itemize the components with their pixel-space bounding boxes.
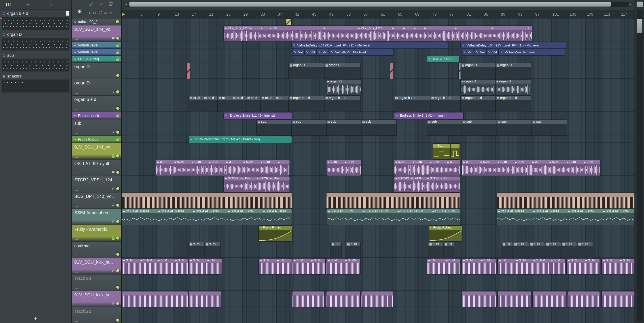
clip-autoh[interactable]: ∿Fruity Parametric EQ 2 - M1 #2 - Band 7…	[189, 136, 292, 142]
track-header[interactable]: ∿Valhall..level	[72, 42, 121, 49]
vertical-scrollbar-track[interactable]	[636, 10, 643, 322]
clip-kick[interactable]: ▸▸S..M▸▸S..M	[602, 259, 634, 274]
clip-pat[interactable]: ▤sub	[361, 120, 396, 135]
clip-mini[interactable]	[459, 63, 461, 79]
clip-comb[interactable]	[602, 291, 634, 307]
clip-comb[interactable]	[498, 291, 531, 307]
clip-pat[interactable]: ▤s..rs	[428, 242, 443, 258]
track-led[interactable]	[116, 319, 120, 322]
step-label[interactable]: STEP	[89, 11, 98, 14]
clip-aud[interactable]: ▸▸0..m▸▸0..m▸▸0..m▸▸0..m	[394, 160, 460, 176]
slip-tool-icon[interactable]	[98, 1, 104, 6]
clip-pat[interactable]: ▤or..d	[232, 96, 246, 111]
clip-kick[interactable]: ▸▸S..M▸▸..M	[259, 259, 292, 274]
clip-pat[interactable]: ▤organ b + d	[461, 96, 496, 111]
clip-pat[interactable]: ▤..s	[502, 242, 512, 258]
clip-autoh[interactable]: ∿Val..l	[474, 49, 486, 55]
clip-kick[interactable]: ▸▸S..M▸▸S..M	[462, 259, 496, 274]
track-header[interactable]: shakers...♪	[72, 242, 121, 258]
clip-sse[interactable]: ▸▸SSE4 At..6BPM▸▸SSE4 At..6BPM▸▸SSE4 At.…	[326, 209, 460, 225]
clip-autoh[interactable]: ∿Val..l	[292, 49, 304, 55]
clip-aud[interactable]: ▸▸STCR2_V..24.0▸▸STCR..e_Bm	[394, 176, 460, 192]
clip-kick[interactable]: ▸▸S..M▸▸S..M	[292, 259, 325, 274]
clip-pat[interactable]: ▤organ D	[324, 63, 360, 79]
clip-lanes[interactable]: ▸▸91V_S..y_F#m▸▸▸▸▸▸..m▸▸▸▸91V_S..y_F#m▸…	[122, 18, 634, 323]
clip-mini[interactable]	[286, 19, 291, 25]
clip-pat[interactable]: ▤s..rs	[205, 242, 220, 258]
clip-pat[interactable]: ▤or..d	[189, 96, 203, 111]
clip-step[interactable]: ∿91...	[433, 143, 450, 159]
lane[interactable]	[122, 112, 634, 119]
clip-autoh[interactable]: ∿Endless Smile 3..1 #2 - Intensit	[224, 112, 292, 119]
pattern-item[interactable]: ▤shakers	[0, 73, 71, 92]
track-led[interactable]	[116, 90, 120, 93]
lock-icon[interactable]	[112, 238, 115, 240]
lock-icon[interactable]	[112, 155, 115, 157]
clip-autoh[interactable]: ∿Val..l	[462, 49, 474, 55]
lane[interactable]	[122, 225, 634, 242]
lock-icon[interactable]	[116, 115, 119, 117]
clip-pat[interactable]: ▤sub	[532, 120, 567, 135]
playlist-corner-button[interactable]	[636, 1, 643, 7]
clip-pat[interactable]: ▤or..d	[203, 96, 218, 111]
slide-label[interactable]: SLIDE	[104, 11, 113, 14]
track-led[interactable]	[116, 286, 120, 289]
picker-scrollbar-thumb[interactable]	[66, 11, 69, 16]
clip-autoh[interactable]: ∿ValhallaDelay_x64 (91V_..wet_F#m(1)) - …	[461, 42, 566, 48]
clip-pat[interactable]: ▤organ b + d	[289, 96, 324, 111]
track-led[interactable]	[116, 187, 120, 190]
clip-step[interactable]	[450, 143, 460, 159]
track-header[interactable]: Fruity Parametric.....	[72, 225, 121, 242]
clip-comb[interactable]	[122, 291, 188, 307]
clip-pat[interactable]: ▤o..	[275, 96, 289, 111]
clip-aud[interactable]: ▸▸91V_S..y_F#m▸▸▸▸▸▸..m▸▸▸▸91V_S..y_F#m▸…	[224, 26, 532, 41]
clip-autoh[interactable]: ∿Val..l	[305, 49, 316, 55]
clip-comb[interactable]	[326, 291, 360, 307]
clip-pat[interactable]: ▤or..d	[246, 96, 261, 111]
pattern-item[interactable]: ▤organ b + d▶	[0, 10, 71, 29]
clip-audgray[interactable]: ▸▸organ D	[461, 79, 496, 95]
lane[interactable]	[122, 307, 634, 323]
lane[interactable]	[122, 275, 634, 291]
clip-pat[interactable]: ▤or..d	[261, 96, 275, 111]
add-track-button[interactable]: +	[76, 9, 83, 15]
clip-pat[interactable]: ▤s..rs	[562, 242, 577, 258]
clip-pat[interactable]: ▤..s	[444, 242, 454, 258]
track-header[interactable]: organ b + d...♪	[72, 96, 121, 112]
lock-icon[interactable]	[116, 52, 119, 54]
clip-kick[interactable]: ▸▸..M▸▸S..M	[427, 259, 460, 274]
track-header[interactable]: 91V_SGU_144_vo.....	[72, 143, 121, 159]
clip-pat[interactable]: ▤s..rs	[530, 242, 545, 258]
clip-pat[interactable]: ▤organ b + d	[394, 96, 430, 111]
draw-tool-icon[interactable]	[88, 1, 93, 6]
picker-add-button[interactable]: +	[0, 315, 71, 321]
horizontal-scrollbar-thumb[interactable]	[130, 2, 611, 6]
clip-autoh[interactable]: ∿Val..l	[317, 49, 328, 55]
track-header[interactable]: OS_LAT_99_synth.....⇄	[72, 160, 121, 176]
clip-pat[interactable]: ▤sub	[257, 120, 292, 135]
track-header[interactable]: Track 20...	[72, 275, 121, 291]
lane[interactable]	[122, 79, 634, 95]
track-led[interactable]	[116, 20, 119, 23]
clip-sse[interactable]: ▸▸SSE4 At..6BPM▸▸SSE4 At..6BPM▸▸SSE4 At.…	[122, 209, 292, 225]
horizontal-scrollbar[interactable]: ◀ ▶	[123, 1, 633, 7]
clip-kick[interactable]: ▸▸..M▸▸S..M▸▸S..PM▸▸S..M	[498, 259, 564, 274]
track-led[interactable]	[116, 36, 120, 40]
pattern-item[interactable]: ▤organ D	[0, 31, 71, 50]
clip-kick[interactable]: ▸▸S..M▸▸S..M	[567, 259, 600, 274]
track-header[interactable]: 91V_SGU_kick_su.....⇄	[72, 258, 121, 275]
clip-comb[interactable]	[189, 291, 221, 307]
clip-pat[interactable]: ▤sub	[326, 120, 361, 135]
clip-comb[interactable]	[568, 291, 600, 307]
pattern-preview[interactable]	[2, 38, 69, 50]
timeline-ruler[interactable]: 5913172125293337414549535761656973778185…	[122, 10, 634, 18]
clip-pat[interactable]: ▤organ b + d	[324, 96, 360, 111]
track-led[interactable]	[116, 203, 120, 207]
track-header[interactable]: ∿nobo..-09_2	[72, 18, 121, 25]
clip-pat[interactable]: ▤organ b + d	[496, 96, 531, 111]
clip-autoh[interactable]: ∿ValhallaVin..Mix level	[499, 49, 565, 55]
clip-autoh[interactable]: ∿Endless Smile 3..1 #2 - Intensit	[394, 112, 463, 119]
clip-autoh[interactable]: ∿ValhallaVin..Mix level	[330, 49, 394, 55]
clip-aud[interactable]: ▸▸0..m▸▸0..m▸▸0..m▸▸0..m▸▸0..m▸▸0..m▸▸0.…	[462, 160, 600, 176]
clip-pat[interactable]: ▤organ D	[289, 63, 324, 79]
